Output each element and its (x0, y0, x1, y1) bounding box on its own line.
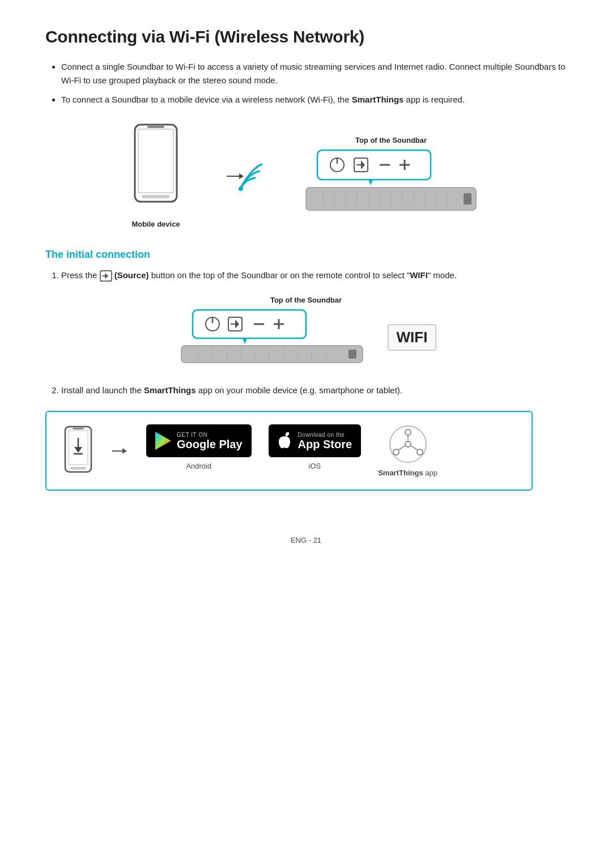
diagram-1: Mobile device Top of the Soundbar (45, 124, 567, 228)
app-stores-wrap: GET IT ON Google Play Android Download o… (146, 424, 437, 477)
smartthings-app-label: SmartThings app (378, 469, 437, 477)
google-play-top-text: GET IT ON (177, 432, 243, 438)
svg-point-4 (239, 186, 243, 191)
app-store-top-text: Download on the (298, 432, 352, 438)
soundbar-wifi-wrap: WIFI (176, 309, 437, 365)
app-store-item: Download on the App Store iOS (269, 424, 362, 470)
svg-point-69 (405, 429, 411, 435)
svg-marker-66 (122, 448, 127, 454)
android-label: Android (186, 462, 211, 470)
app-stores-box: GET IT ON Google Play Android Download o… (45, 411, 533, 491)
page-footer: ENG - 21 (45, 536, 567, 544)
svg-rect-45 (181, 346, 363, 363)
svg-point-70 (393, 449, 399, 455)
intro-bullets: Connect a single Soundbar to Wi-Fi to ac… (61, 60, 567, 107)
wifi-mode-label: WIFI (410, 270, 428, 280)
svg-rect-1 (138, 129, 173, 193)
google-play-item: GET IT ON Google Play Android (146, 424, 252, 470)
phone-download-wrap (63, 426, 93, 476)
wifi-badge: WIFI (388, 324, 437, 351)
svg-rect-3 (142, 195, 170, 198)
source-button-icon (100, 270, 112, 282)
arrow-icon (111, 442, 128, 459)
svg-marker-44 (243, 338, 247, 344)
steps-list-2: Install and launch the SmartThings app o… (61, 384, 567, 397)
apple-icon (278, 432, 292, 449)
mobile-device-label: Mobile device (131, 220, 180, 228)
google-play-icon (155, 432, 171, 450)
page-title: Connecting via Wi-Fi (Wireless Network) (45, 27, 567, 46)
svg-rect-19 (464, 193, 471, 205)
svg-rect-61 (70, 467, 86, 470)
source-label: (Source) (114, 270, 149, 280)
soundbar-wrap-top: Top of the Soundbar (300, 136, 482, 216)
svg-marker-67 (155, 432, 171, 450)
smartthings-brand-step2: SmartThings (144, 385, 196, 395)
soundbar-diagram-1 (300, 148, 482, 216)
ios-label: iOS (309, 462, 321, 470)
google-play-main-text: Google Play (177, 438, 243, 450)
svg-marker-33 (105, 273, 108, 279)
soundbar-top-label-2: Top of the Soundbar (270, 296, 342, 304)
steps-list: Press the (Source) button on the top of … (61, 269, 567, 282)
initial-connection-title: The initial connection (45, 249, 567, 261)
svg-rect-2 (147, 126, 164, 128)
mobile-device-wrap: Mobile device (130, 124, 181, 228)
soundbar-diagram-2 (176, 309, 368, 365)
svg-point-71 (417, 449, 423, 455)
phone-download-icon (63, 426, 93, 476)
diagram-2: Top of the Soundbar (159, 296, 453, 365)
wifi-signal-icon (215, 156, 266, 196)
svg-marker-16 (368, 180, 373, 185)
svg-marker-63 (74, 447, 82, 453)
bullet-2: To connect a Soundbar to a mobile device… (61, 93, 567, 107)
soundbar-top-label-1: Top of the Soundbar (355, 136, 427, 144)
step-1: Press the (Source) button on the top of … (61, 269, 567, 282)
google-play-button[interactable]: GET IT ON Google Play (146, 424, 252, 457)
svg-point-68 (390, 426, 426, 462)
step-2: Install and launch the SmartThings app o… (61, 384, 567, 397)
app-store-button[interactable]: Download on the App Store (269, 424, 362, 457)
svg-line-75 (411, 446, 418, 450)
app-store-main-text: App Store (298, 438, 352, 450)
svg-rect-35 (193, 310, 306, 338)
smartthings-app-item: SmartThings app (378, 424, 437, 477)
svg-line-74 (398, 446, 405, 450)
wifi-signal-wrap (215, 156, 266, 196)
smartthings-app-icon (388, 424, 428, 464)
bullet-1: Connect a single Soundbar to Wi-Fi to ac… (61, 60, 567, 87)
svg-rect-60 (73, 428, 84, 429)
svg-rect-0 (135, 125, 177, 202)
svg-rect-47 (348, 350, 356, 359)
svg-rect-7 (317, 150, 431, 180)
svg-marker-6 (239, 173, 244, 179)
mobile-phone-icon (130, 124, 181, 214)
svg-point-72 (405, 441, 411, 447)
